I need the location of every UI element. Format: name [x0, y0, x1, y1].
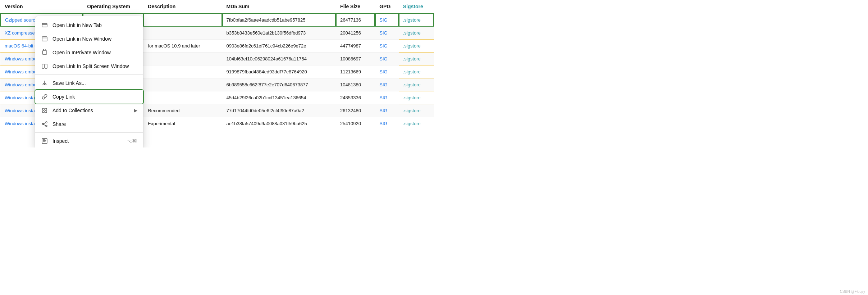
table-cell: 44774987 [336, 40, 375, 53]
table-cell: 45d4b29f26ca02b1ccf13451ea136654 [222, 91, 336, 104]
context-menu-item-save-link[interactable]: Save Link As... [35, 76, 143, 90]
svg-rect-0 [42, 23, 47, 27]
context-menu-item-share[interactable]: Share [35, 117, 143, 131]
context-menu-label: Open Link in New Tab [52, 22, 102, 28]
link-icon [41, 93, 48, 100]
inspect-icon [41, 137, 48, 145]
table-cell: b353b8433e560e1af2b130f56dfbd973 [222, 27, 336, 40]
table-cell[interactable]: SIG [375, 13, 398, 27]
save-icon [41, 80, 48, 87]
context-menu-item-open-split[interactable]: Open Link In Split Screen Window [35, 59, 143, 73]
table-cell[interactable]: .sigstore [399, 13, 434, 27]
table-cell: 6b989558c662f877e2e707d640673877 [222, 78, 336, 91]
table-cell [143, 91, 222, 104]
context-menu-item-copy-link[interactable]: Copy Link [35, 90, 143, 104]
context-menu-label: Open Link in New Window [52, 36, 111, 42]
table-cell[interactable]: .sigstore [399, 104, 434, 117]
svg-rect-3 [42, 64, 44, 68]
table-cell[interactable]: .sigstore [399, 27, 434, 40]
table-cell: 26477136 [336, 13, 375, 27]
table-cell[interactable]: SIG [375, 104, 398, 117]
context-menu-label: Inspect [52, 138, 69, 144]
table-cell [143, 53, 222, 65]
table-cell[interactable]: .sigstore [399, 53, 434, 65]
context-menu-label: Open in InPrivate Window [52, 50, 111, 55]
svg-rect-1 [42, 37, 47, 41]
svg-rect-7 [42, 111, 44, 113]
context-menu-separator [35, 74, 143, 75]
context-menu-item-open-new-tab[interactable]: Open Link in New Tab [35, 18, 143, 32]
collections-icon [41, 107, 48, 114]
submenu-arrow-icon: ▶ [134, 108, 137, 113]
col-header-os: Operating System [83, 0, 143, 13]
inprivate-icon [41, 49, 48, 56]
context-menu-item-open-new-window[interactable]: Open Link in New Window [35, 32, 143, 46]
table-cell: for macOS 10.9 and later [143, 40, 222, 53]
table-cell [143, 13, 222, 27]
table-cell[interactable]: SIG [375, 91, 398, 104]
table-cell[interactable]: SIG [375, 117, 398, 130]
col-header-md5: MD5 Sum [222, 0, 336, 13]
svg-rect-2 [42, 51, 47, 54]
table-cell: 11213669 [336, 65, 375, 78]
table-cell: 9199879fbad4884ed93ddf77e8764920 [222, 65, 336, 78]
table-cell[interactable]: SIG [375, 65, 398, 78]
table-cell[interactable]: .sigstore [399, 65, 434, 78]
window-icon [41, 35, 48, 42]
col-header-gpg: GPG [375, 0, 398, 13]
table-cell: ae1b38fa57409d9a0088a031f59ba625 [222, 117, 336, 130]
table-cell[interactable]: .sigstore [399, 91, 434, 104]
context-menu-separator [35, 132, 143, 133]
svg-rect-4 [45, 64, 47, 68]
svg-rect-12 [42, 139, 47, 144]
table-cell[interactable]: SIG [375, 53, 398, 65]
table-cell: Experimental [143, 117, 222, 130]
svg-point-11 [46, 125, 47, 127]
col-header-size: File Size [336, 0, 375, 13]
context-menu-label: Save Link As... [52, 80, 86, 86]
context-menu-label: Copy Link [52, 94, 75, 100]
svg-rect-8 [45, 111, 47, 113]
context-menu-item-add-collections[interactable]: Add to Collections▶ [35, 104, 143, 117]
table-cell: 20041256 [336, 27, 375, 40]
table-cell: 104bf63ef10c06298024a61676a11754 [222, 53, 336, 65]
table-cell[interactable]: SIG [375, 40, 398, 53]
table-cell[interactable]: .sigstore [399, 40, 434, 53]
share-icon [41, 121, 48, 128]
table-cell [143, 65, 222, 78]
context-menu-label: Add to Collections [52, 108, 93, 113]
svg-rect-6 [45, 108, 47, 110]
table-cell [143, 78, 222, 91]
table-cell: 77d17044fd0de05e6f2cf4f90e87a0a2 [222, 104, 336, 117]
context-menu-item-inspect[interactable]: Inspect⌥⌘I [35, 134, 143, 148]
svg-point-10 [42, 123, 44, 125]
context-menu-item-open-inprivate[interactable]: Open in InPrivate Window [35, 46, 143, 59]
context-menu-shortcut: ⌥⌘I [127, 139, 137, 144]
col-header-version: Version [0, 0, 83, 13]
table-cell: 25410920 [336, 117, 375, 130]
table-cell: 10481380 [336, 78, 375, 91]
table-cell[interactable]: SIG [375, 78, 398, 91]
col-header-desc: Description [143, 0, 222, 13]
table-cell: 26132480 [336, 104, 375, 117]
table-cell: 0903e86fd2c61ef761c94cb226e9e72e [222, 40, 336, 53]
table-cell: 24853336 [336, 91, 375, 104]
table-cell [143, 27, 222, 40]
context-menu-label: Share [52, 121, 66, 127]
split-icon [41, 63, 48, 70]
svg-point-9 [46, 122, 47, 123]
table-cell[interactable]: .sigstore [399, 78, 434, 91]
col-header-sigstore: Sigstore [399, 0, 434, 13]
context-menu: Open Link in New TabOpen Link in New Win… [35, 16, 143, 148]
table-cell: 7fb0bfaa2f6aae4aadcdb51abe957825 [222, 13, 336, 27]
table-cell: Recommended [143, 104, 222, 117]
tab-icon [41, 22, 48, 29]
context-menu-label: Open Link In Split Screen Window [52, 63, 129, 69]
svg-rect-5 [42, 108, 44, 110]
table-cell: 10086697 [336, 53, 375, 65]
table-cell[interactable]: SIG [375, 27, 398, 40]
table-cell[interactable]: .sigstore [399, 117, 434, 130]
